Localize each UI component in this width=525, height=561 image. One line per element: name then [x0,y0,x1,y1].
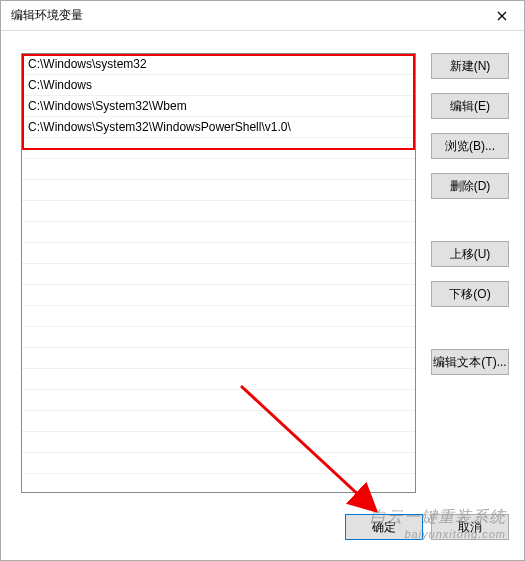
list-item-empty[interactable] [22,327,415,348]
list-item-empty[interactable] [22,285,415,306]
side-buttons: 新建(N) 编辑(E) 浏览(B)... 删除(D) 上移(U) 下移(O) 编… [431,53,509,375]
ok-button[interactable]: 确定 [345,514,423,540]
delete-button[interactable]: 删除(D) [431,173,509,199]
movedown-button[interactable]: 下移(O) [431,281,509,307]
list-item[interactable]: C:\Windows\System32\Wbem [22,96,415,117]
list-item-empty[interactable] [22,453,415,474]
list-item-empty[interactable] [22,201,415,222]
dialog-body: C:\Windows\system32 C:\Windows C:\Window… [1,31,524,560]
list-item-empty[interactable] [22,180,415,201]
list-item[interactable]: C:\Windows\system32 [22,54,415,75]
list-item-empty[interactable] [22,411,415,432]
dialog-footer: 确定 取消 [1,512,524,542]
list-item[interactable]: C:\Windows [22,75,415,96]
list-item-empty[interactable] [22,264,415,285]
list-item-empty[interactable] [22,306,415,327]
list-item-empty[interactable] [22,222,415,243]
browse-button[interactable]: 浏览(B)... [431,133,509,159]
moveup-button[interactable]: 上移(U) [431,241,509,267]
new-button[interactable]: 新建(N) [431,53,509,79]
window-title: 编辑环境变量 [11,7,83,24]
cancel-button[interactable]: 取消 [431,514,509,540]
list-item-empty[interactable] [22,369,415,390]
list-item-empty[interactable] [22,159,415,180]
title-bar: 编辑环境变量 [1,1,524,31]
list-item-empty[interactable] [22,474,415,493]
list-item-empty[interactable] [22,432,415,453]
edit-button[interactable]: 编辑(E) [431,93,509,119]
list-item-empty[interactable] [22,348,415,369]
close-button[interactable] [479,1,524,31]
list-item-empty[interactable] [22,243,415,264]
list-item-empty[interactable] [22,138,415,159]
list-item-empty[interactable] [22,390,415,411]
edittext-button[interactable]: 编辑文本(T)... [431,349,509,375]
path-listbox[interactable]: C:\Windows\system32 C:\Windows C:\Window… [21,53,416,493]
dialog-window: 编辑环境变量 C:\Windows\system32 C:\Windows C:… [0,0,525,561]
list-item[interactable]: C:\Windows\System32\WindowsPowerShell\v1… [22,117,415,138]
close-icon [497,11,507,21]
